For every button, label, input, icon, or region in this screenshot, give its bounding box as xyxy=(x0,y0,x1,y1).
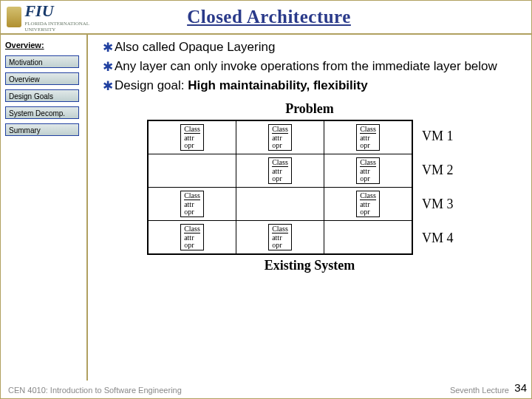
layer-cell xyxy=(236,187,324,220)
layer-row: ClassattroprClassattropr xyxy=(148,220,412,254)
vm-label: VM 2 xyxy=(422,154,454,188)
sidebar-item-design-goals[interactable]: Design Goals xyxy=(5,89,79,102)
page-number: 34 xyxy=(514,381,527,394)
layer-cell xyxy=(148,154,236,187)
layer-grid: ClassattroprClassattroprClassattroprClas… xyxy=(147,120,413,255)
vm-label: VM 4 xyxy=(422,222,454,256)
star-icon: ✱ xyxy=(103,40,115,57)
sidebar: Overview: Motivation Overview Design Goa… xyxy=(1,35,88,381)
main-content: ✱ Also called Opaque Layering ✱ Any laye… xyxy=(88,35,531,381)
layer-cell: Classattropr xyxy=(324,187,413,220)
bullet-item: ✱ Also called Opaque Layering xyxy=(103,39,522,57)
layer-cell: Classattropr xyxy=(236,154,324,187)
bullet-text: Also called Opaque Layering xyxy=(115,39,275,56)
diagram-top-title: Problem xyxy=(97,101,522,117)
fiu-logo: FIU FLORIDA INTERNATIONAL UNIVERSITY xyxy=(7,4,95,30)
layer-cell xyxy=(324,220,413,254)
slide-title: Closed Architecture xyxy=(95,7,443,27)
star-icon: ✱ xyxy=(103,59,115,76)
sidebar-heading: Overview: xyxy=(5,41,82,50)
layer-cell: Classattropr xyxy=(236,220,324,254)
footer: CEN 4010: Introduction to Software Engin… xyxy=(1,382,531,398)
header-bar: FIU FLORIDA INTERNATIONAL UNIVERSITY Clo… xyxy=(1,1,531,35)
bullet-item: ✱ Design goal: High maintainability, fle… xyxy=(103,78,522,95)
layer-cell: Classattropr xyxy=(148,220,236,254)
slide: FIU FLORIDA INTERNATIONAL UNIVERSITY Clo… xyxy=(0,0,532,399)
bullet-list: ✱ Also called Opaque Layering ✱ Any laye… xyxy=(103,39,522,95)
layer-cell: Classattropr xyxy=(324,120,413,154)
diagram-bottom-title: Existing System xyxy=(97,258,522,273)
layer-cell: Classattropr xyxy=(324,154,413,187)
logo-subtext: FLORIDA INTERNATIONAL UNIVERSITY xyxy=(24,21,95,33)
logo-text: FIU xyxy=(24,1,95,21)
layer-row: ClassattroprClassattropr xyxy=(148,154,412,187)
crest-icon xyxy=(7,7,21,27)
star-icon: ✱ xyxy=(103,78,115,95)
bullet-item: ✱ Any layer can only invoke operations f… xyxy=(103,58,522,76)
bullet-text: Design goal: High maintainability, flexi… xyxy=(115,78,368,95)
sidebar-item-system-decomp[interactable]: System Decomp. xyxy=(5,106,79,119)
layer-cell: Classattropr xyxy=(148,187,236,220)
sidebar-item-summary[interactable]: Summary xyxy=(5,123,79,136)
layer-diagram: ClassattroprClassattroprClassattroprClas… xyxy=(147,120,472,255)
sidebar-item-motivation[interactable]: Motivation xyxy=(5,55,79,68)
layer-cell: Classattropr xyxy=(148,120,236,154)
layer-row: ClassattroprClassattropr xyxy=(148,187,412,220)
layer-row: ClassattroprClassattroprClassattropr xyxy=(148,120,412,154)
footer-left: CEN 4010: Introduction to Software Engin… xyxy=(8,386,450,395)
vm-label: VM 3 xyxy=(422,188,454,222)
sidebar-item-overview[interactable]: Overview xyxy=(5,72,79,85)
bullet-text: Any layer can only invoke operations fro… xyxy=(115,58,497,75)
footer-right: Seventh Lecture xyxy=(450,386,509,395)
vm-label: VM 1 xyxy=(422,120,454,154)
vm-labels: VM 1VM 2VM 3VM 4 xyxy=(422,120,454,256)
layer-cell: Classattropr xyxy=(236,120,324,154)
